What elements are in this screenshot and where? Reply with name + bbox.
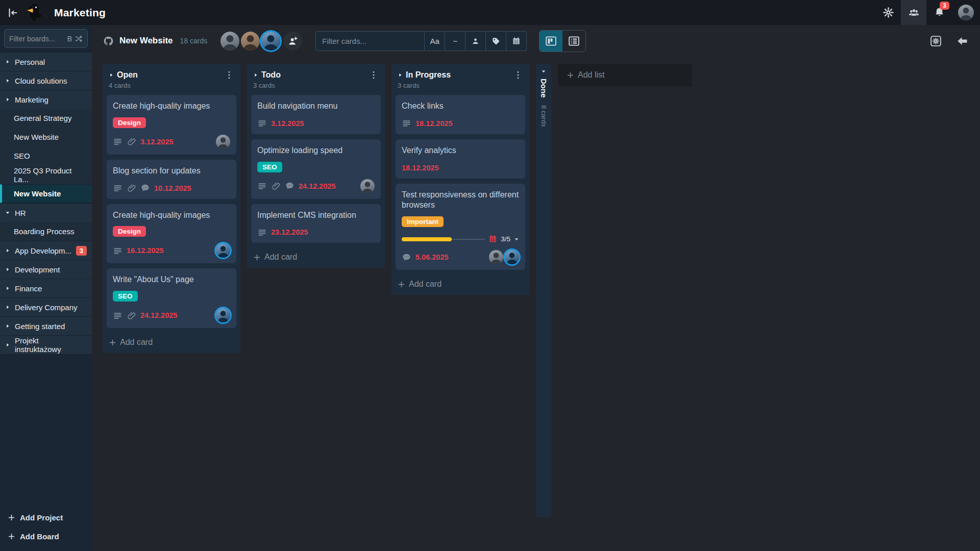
kanban-view-button[interactable] (540, 31, 562, 52)
sidebar-project-app-developm[interactable]: App Developm...3 (0, 241, 92, 260)
sidebar-item-label: New Website (14, 133, 59, 141)
filter-boards-input[interactable] (9, 35, 65, 43)
sidebar-project-hr[interactable]: HR (0, 203, 92, 222)
sidebar-board-boarding-process[interactable]: Boarding Process (0, 222, 92, 241)
members-button[interactable] (901, 0, 926, 25)
sidebar-project-getting-started[interactable]: Getting started (0, 316, 92, 335)
top-bar: Marketing 3 (0, 0, 980, 25)
sidebar-project-development[interactable]: Development (0, 260, 92, 279)
add-board-button[interactable]: Add Board (0, 527, 92, 546)
filter-regex-button[interactable]: ~ (445, 31, 465, 51)
card-member-avatar[interactable] (489, 250, 503, 264)
notifications-button[interactable]: 3 (926, 0, 952, 25)
card-label-seo[interactable]: SEO (113, 291, 138, 302)
caret-right-icon[interactable] (109, 72, 114, 78)
card-create-high-quality-images[interactable]: Create high-quality imagesDesign3.12.202… (107, 95, 236, 155)
filter-cards-input[interactable] (322, 37, 418, 45)
attachment-icon (271, 181, 281, 191)
card-create-high-quality-images[interactable]: Create high-quality imagesDesign16.12.20… (107, 204, 236, 264)
board-title: New Website (119, 36, 173, 46)
filter-label-button[interactable] (486, 31, 506, 51)
sidebar-project-finance[interactable]: Finance (0, 279, 92, 297)
caret-down-icon (541, 69, 546, 74)
card-label-important[interactable]: Important (402, 216, 444, 227)
card-member-avatar[interactable] (216, 243, 230, 258)
caret-down-icon (5, 210, 10, 215)
description-icon (113, 137, 122, 146)
sidebar-project-projekt-instruktażowy[interactable]: Projekt instruktażowy (0, 335, 92, 354)
filter-date-button[interactable] (506, 31, 527, 51)
settings-button[interactable] (875, 0, 901, 25)
card-title: Create high-quality images (113, 101, 230, 112)
column-menu-icon[interactable] (224, 70, 234, 80)
member-avatar[interactable] (261, 32, 280, 51)
github-icon[interactable] (103, 36, 114, 46)
card-title: Write "About Us" page (113, 274, 230, 285)
sidebar-project-cloud-solutions[interactable]: Cloud solutions (0, 71, 92, 90)
add-project-button[interactable]: Add Project (0, 508, 92, 527)
board-members (220, 32, 282, 51)
card-blog-section-for-updates[interactable]: Blog section for updates10.12.2025 (107, 160, 236, 199)
collapsed-column-done[interactable]: Done 8 cards (536, 64, 551, 517)
app-logo-crow-icon (26, 2, 44, 23)
list-view-button[interactable] (562, 31, 585, 52)
caret-right-icon[interactable] (253, 72, 258, 78)
add-list-label: Add list (578, 70, 604, 80)
card-write-about-us-page[interactable]: Write "About Us" pageSEO24.12.2025 (107, 268, 236, 328)
top-bar-actions: 3 (875, 0, 980, 25)
filter-member-button[interactable] (465, 31, 486, 51)
calendar-icon (488, 235, 497, 243)
board-settings-icon[interactable] (929, 35, 942, 47)
card-label-seo[interactable]: SEO (257, 162, 282, 172)
card-member-avatar[interactable] (216, 135, 230, 149)
add-card-button[interactable]: Add card (396, 275, 525, 291)
sidebar-board-2025-q3-product-la[interactable]: 2025 Q3 Product La... (0, 165, 92, 184)
due-date: 18.12.2025 (415, 119, 453, 128)
card-label-design[interactable]: Design (113, 226, 146, 237)
shuffle-icon[interactable] (75, 35, 83, 43)
card-build-navigation-menu[interactable]: Build navigation menu3.12.2025 (251, 95, 381, 134)
back-arrow-icon[interactable] (956, 35, 969, 47)
user-menu-button[interactable] (952, 0, 980, 25)
caret-down-icon[interactable] (514, 237, 519, 242)
card-optimize-loading-speed[interactable]: Optimize loading speedSEO24.12.2025 (251, 139, 381, 199)
description-icon (402, 118, 411, 128)
sidebar-board-new-website[interactable]: New Website (0, 184, 92, 203)
card-member-avatar[interactable] (360, 179, 375, 193)
column-card-count: 3 cards (396, 80, 525, 95)
sidebar-project-marketing[interactable]: Marketing (0, 90, 92, 109)
column-card-count: 4 cards (107, 80, 236, 95)
card-labels: Design (113, 117, 230, 128)
add-card-button[interactable]: Add card (251, 248, 381, 264)
member-avatar[interactable] (220, 32, 239, 51)
sidebar-footer: Add Project Add Board (0, 506, 92, 551)
column-header: Open (107, 68, 236, 80)
sidebar-board-new-website[interactable]: New Website (0, 128, 92, 146)
sidebar-project-personal[interactable]: Personal (0, 52, 92, 71)
column-menu-icon[interactable] (513, 70, 523, 80)
card-member-avatar[interactable] (505, 250, 519, 264)
collapse-sidebar-button[interactable] (5, 5, 20, 20)
gear-icon (883, 7, 894, 18)
sidebar-project-delivery-company[interactable]: Delivery Company (0, 297, 92, 316)
member-avatar[interactable] (241, 32, 260, 51)
card-test-responsiveness-on-different-browsers[interactable]: Test responsiveness on different browser… (396, 184, 525, 270)
add-member-button[interactable] (283, 32, 302, 51)
description-icon (257, 118, 267, 128)
due-date: 24.12.2025 (299, 182, 336, 190)
sidebar-item-label: Cloud solutions (15, 77, 67, 85)
column-menu-icon[interactable] (369, 70, 379, 80)
progress-fill (402, 237, 452, 241)
card-label-design[interactable]: Design (113, 117, 146, 128)
sidebar-board-seo[interactable]: SEO (0, 146, 92, 165)
card-member-avatar[interactable] (216, 308, 230, 322)
add-list-button[interactable]: Add list (558, 64, 692, 86)
caret-right-icon (5, 267, 10, 272)
sidebar-board-general-strategy[interactable]: General Strategy (0, 109, 92, 128)
filter-case-button[interactable]: Aa (425, 31, 445, 51)
caret-right-icon[interactable] (398, 72, 403, 78)
card-check-links[interactable]: Check links18.12.2025 (396, 95, 525, 134)
card-implement-cms-integration[interactable]: Implement CMS integration23.12.2025 (251, 204, 381, 243)
add-card-button[interactable]: Add card (107, 333, 236, 349)
card-verify-analytics[interactable]: Verify analytics18.12.2025 (396, 139, 525, 179)
